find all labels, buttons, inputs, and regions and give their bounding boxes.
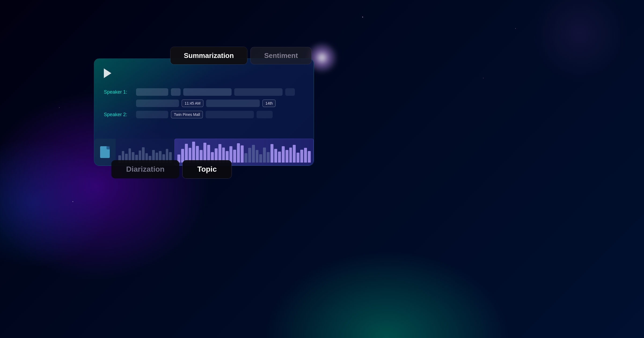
speaker1-pill-5 [285,88,295,96]
bar [278,152,281,163]
bar [297,153,299,163]
speaker1-label: Speaker 1: [104,89,133,95]
tabs-bottom-container: Diarization Topic [111,160,232,178]
bar [274,149,277,163]
speaker1-day: 14th [262,100,276,107]
bar [233,150,236,163]
speakers-area: Speaker 1: 11:45 AM 14th Speaker 2: Twin… [104,88,304,118]
star-2 [515,28,516,29]
bar [192,142,195,163]
bar [237,143,240,163]
tab-sentiment[interactable]: Sentiment [250,47,312,64]
bar [267,152,270,163]
tab-topic[interactable]: Topic [182,160,232,178]
star-4 [59,107,60,108]
bar [304,148,307,163]
bar [252,145,255,163]
bar [282,146,285,163]
speaker1-pill-3 [183,88,232,96]
speaker2-pill-2 [206,111,254,118]
bar [263,148,266,163]
bar [218,144,221,163]
play-button[interactable] [104,68,111,78]
bar [289,148,292,163]
star-3 [483,78,484,78]
star-1 [362,17,363,17]
bar [293,145,296,163]
speaker1-time-pill-2 [206,100,260,107]
speaker2-label: Speaker 2: [104,112,133,117]
bar [185,144,188,163]
bar [244,153,247,163]
bar [259,154,262,163]
speaker1-pill-2 [171,88,181,96]
speaker1-time-pill-1 [136,100,179,107]
speaker2-location: Twin Pines Mall [171,111,203,118]
speaker1-time-row: 11:45 AM 14th [136,100,304,107]
bar [203,143,206,163]
tabs-top-container: Summarization Sentiment [170,47,312,64]
speaker1-time: 11:45 AM [182,100,203,107]
speaker2-pill-1 [136,111,168,118]
bar [270,144,273,163]
speaker1-row1: Speaker 1: [104,88,304,96]
tab-summarization[interactable]: Summarization [170,47,247,64]
speaker1-pill-1 [136,88,168,96]
speaker2-row: Speaker 2: Twin Pines Mall [104,111,304,118]
speaker1-pill-4 [234,88,283,96]
tab-diarization[interactable]: Diarization [111,160,179,178]
bar [308,151,311,163]
bar [300,150,303,163]
main-card: Speaker 1: 11:45 AM 14th Speaker 2: Twin… [94,58,314,166]
bar [286,150,288,163]
bar [256,150,259,163]
speaker2-pill-3 [257,111,273,118]
bar [248,148,251,163]
file-icon [100,146,110,158]
bar [241,145,244,163]
star-5 [72,201,73,202]
